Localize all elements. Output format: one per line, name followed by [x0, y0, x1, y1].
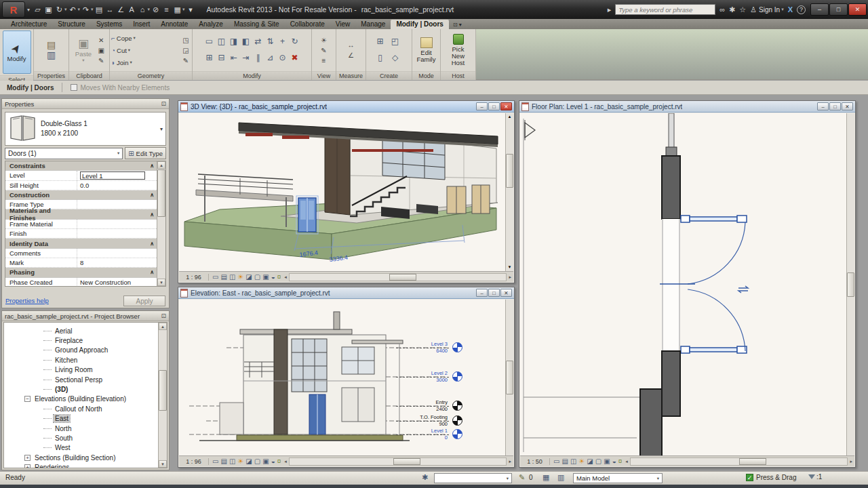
modify-tool-10-icon[interactable]: ⇤ — [228, 50, 240, 65]
properties-palette-header[interactable]: Properties ⊡ — [2, 99, 169, 109]
browser-item-aerial[interactable]: Aerial — [4, 326, 158, 336]
sun-path-icon[interactable]: ☀ — [237, 273, 243, 281]
default-3d-view-button[interactable]: ⌂ — [138, 3, 148, 16]
child-minimize-button[interactable]: – — [476, 289, 488, 297]
zoom-fit-icon[interactable]: ▭ — [212, 458, 218, 465]
browser-item-callout-of-north[interactable]: Callout of North — [4, 404, 158, 413]
sync-with-central-button[interactable]: ↻ — [54, 3, 64, 16]
binoculars-search-icon[interactable]: ∞ — [719, 5, 725, 14]
browser-item-living-room[interactable]: Living Room — [4, 365, 158, 375]
reveal-hidden-icon[interactable]: ¤ — [277, 458, 281, 465]
scale-button[interactable]: 1 : 96 — [179, 274, 209, 281]
redo-button[interactable]: ↷ — [81, 3, 91, 16]
modify-tool-5-icon[interactable]: ⇅ — [264, 34, 277, 49]
elevation-canvas[interactable]: Level 36400Level 23000Entry2400T.O. Foot… — [179, 300, 513, 455]
detail-level-icon[interactable]: ▤ — [561, 458, 568, 465]
modify-tool-14-icon[interactable]: ⊙ — [277, 50, 289, 65]
panel-label-create[interactable]: Create — [366, 71, 412, 80]
design-option-dropdown[interactable]: Main Model▾ — [573, 473, 663, 483]
favorites-star-icon[interactable]: ☆ — [739, 5, 746, 14]
minimize-button[interactable]: – — [810, 3, 829, 16]
elevation-hscrollbar[interactable] — [289, 458, 507, 466]
reveal-hidden-icon[interactable]: ¤ — [277, 273, 281, 281]
browser-item-elevations-building-elevation-[interactable]: −Elevations (Building Elevation) — [4, 394, 158, 404]
browser-item-ground-approach[interactable]: Ground Approach — [4, 346, 158, 355]
panel-label-properties[interactable]: Properties — [34, 71, 68, 80]
properties-help-link[interactable]: Properties help — [5, 297, 49, 304]
modify-tool-button[interactable]: ➤ Modify — [3, 30, 31, 74]
modify-tool-15-icon[interactable]: ✖ — [289, 50, 301, 65]
type-selector-caret-icon[interactable]: ▾ — [160, 126, 163, 132]
restore-button[interactable]: □ — [829, 3, 848, 16]
view-tool-1-icon[interactable]: ✎ — [319, 46, 329, 55]
press-drag-checkbox[interactable]: ✓ Press & Drag — [746, 474, 796, 481]
default-3d-view-caret-icon[interactable]: ▾ — [148, 7, 151, 12]
property-group-construction[interactable]: Construction∧ — [5, 190, 157, 200]
sun-path-icon[interactable]: ☀ — [237, 458, 243, 465]
measure-tool-0-icon[interactable]: ↔ — [347, 41, 356, 49]
tab-modify-doors[interactable]: Modify | Doors — [391, 20, 448, 29]
copy-icon[interactable]: ▣ — [96, 46, 106, 55]
detail-level-icon[interactable]: ▤ — [220, 458, 226, 465]
browser-item-fireplace[interactable]: Fireplace — [4, 336, 158, 345]
panel-label-mode[interactable]: Mode — [412, 71, 440, 80]
properties-palette-icon[interactable]: ▤ — [47, 41, 56, 49]
floor-plan-vscrollbar[interactable] — [846, 113, 854, 455]
floor-plan-hscrollbar[interactable] — [630, 458, 848, 466]
section-button[interactable]: ⊘ — [151, 3, 161, 16]
show-crop-icon[interactable]: ▣ — [262, 273, 269, 281]
browser-item-north[interactable]: North — [4, 424, 158, 433]
window-3d-view[interactable]: 3D View: {3D} - rac_basic_sample_project… — [178, 100, 515, 283]
show-crop-icon[interactable]: ▣ — [604, 458, 610, 465]
create-tool-2-icon[interactable]: ▯ — [374, 50, 387, 65]
tab-structure[interactable]: Structure — [52, 20, 91, 29]
demolish-icon[interactable]: ✎ — [181, 56, 191, 65]
child-restore-button[interactable]: □ — [488, 289, 500, 297]
property-group-constraints[interactable]: Constraints∧ — [5, 161, 157, 171]
child-close-button[interactable]: ✕ — [842, 102, 853, 110]
shadows-icon[interactable]: ◪ — [245, 273, 252, 281]
property-row-sill-height[interactable]: Sill Height0.0 — [5, 181, 157, 190]
communication-center-icon[interactable]: ✱ — [729, 5, 735, 14]
elevation-title-bar[interactable]: Elevation: East - rac_basic_sample_proje… — [178, 287, 514, 299]
match-type-icon[interactable]: ✎ — [96, 56, 106, 65]
expand-icon[interactable]: + — [24, 455, 31, 461]
scroll-up-icon[interactable]: ▲ — [159, 323, 167, 330]
crop-view-icon[interactable]: ▢ — [254, 458, 260, 465]
browser-item-renderings[interactable]: +Renderings — [4, 462, 158, 468]
pick-new-host-button[interactable]: Pick New Host — [442, 33, 474, 68]
expand-icon[interactable]: + — [24, 464, 31, 468]
property-row-comments[interactable]: Comments — [5, 249, 157, 258]
child-close-button[interactable]: ✕ — [500, 102, 512, 110]
browser-item-sectional-persp[interactable]: Sectional Persp — [4, 375, 158, 384]
worksets-icon[interactable]: ✱ — [422, 473, 428, 482]
panel-label-view[interactable]: View — [312, 71, 336, 80]
modify-tool-12-icon[interactable]: ∥ — [252, 50, 264, 65]
scroll-left-icon[interactable]: ◂ — [284, 459, 287, 464]
selection-filter[interactable]: :1 — [808, 473, 822, 481]
help-icon[interactable]: ? — [797, 5, 806, 14]
modify-tool-0-icon[interactable]: ▭ — [203, 34, 216, 49]
property-row-level[interactable]: LevelLevel 1 — [5, 171, 157, 180]
scrollbar-thumb[interactable] — [739, 458, 766, 465]
visual-style-icon[interactable]: ◫ — [570, 458, 576, 465]
visual-style-icon[interactable]: ◫ — [229, 458, 235, 465]
3d-view-title-bar[interactable]: 3D View: {3D} - rac_basic_sample_project… — [178, 101, 514, 113]
3d-view-canvas[interactable]: 1676.4 3336.4 ▲ ▼ — [179, 113, 513, 271]
open-button[interactable]: ▱ — [33, 3, 43, 16]
visual-style-icon[interactable]: ◫ — [229, 273, 235, 281]
edit-family-button[interactable]: Edit Family — [414, 36, 439, 64]
tab-analyze[interactable]: Analyze — [193, 20, 229, 29]
edit-type-button[interactable]: ⊞ Edit Type — [125, 147, 166, 159]
shadows-icon[interactable]: ◪ — [587, 458, 593, 465]
create-tool-1-icon[interactable]: ◰ — [389, 34, 401, 49]
project-browser-header[interactable]: rac_basic_sample_project.rvt - Project B… — [2, 311, 169, 321]
child-minimize-button[interactable]: – — [476, 102, 488, 110]
type-properties-icon[interactable]: ▥ — [47, 51, 56, 60]
design-options-icon[interactable]: ▦ — [542, 473, 549, 482]
scrollbar-thumb[interactable] — [389, 274, 416, 281]
panel-label-clipboard[interactable]: Clipboard — [69, 71, 109, 80]
modify-tool-11-icon[interactable]: ⇥ — [240, 50, 252, 65]
search-go-icon[interactable]: ▸ — [608, 5, 612, 14]
scroll-down-icon[interactable]: ▼ — [159, 460, 167, 468]
